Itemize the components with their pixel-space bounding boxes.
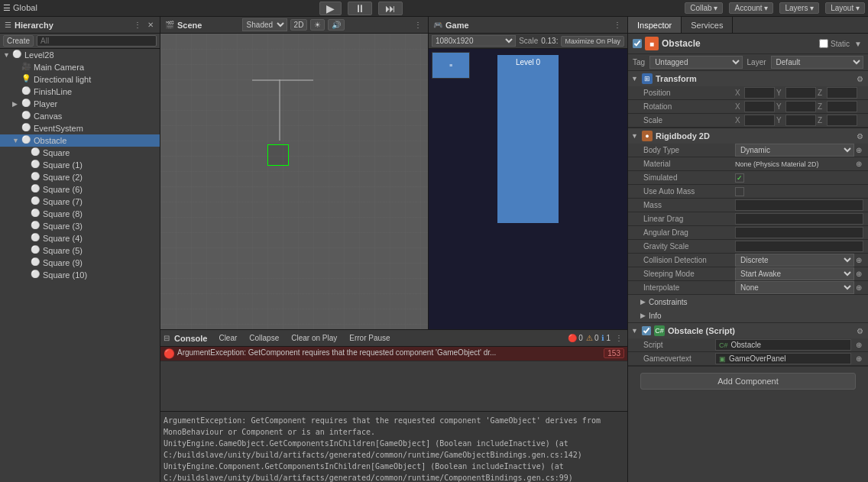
collision-more-btn[interactable]: ⊕ <box>854 256 863 264</box>
material-more-btn[interactable]: ⊕ <box>854 160 863 168</box>
script-active-checkbox[interactable] <box>642 326 651 335</box>
info-row[interactable]: ▶ Info <box>628 309 868 322</box>
scene-view[interactable] <box>160 34 428 329</box>
auto-mass-checkbox[interactable] <box>735 187 744 196</box>
sleeping-more-btn[interactable]: ⊕ <box>854 270 863 278</box>
linear-drag-input[interactable]: 0 <box>735 213 863 225</box>
angular-drag-row: Angular Drag 0.05 <box>628 226 868 240</box>
sidebar-item-square9[interactable]: ⚪ Square (9) <box>0 257 160 269</box>
gameover-more-btn[interactable]: ⊕ <box>854 354 863 363</box>
top-center: 🎬 Scene Shaded 2D ☀ 🔊 ⋮ <box>160 17 627 329</box>
interpolate-select[interactable]: None <box>735 281 854 294</box>
hierarchy-close-btn[interactable]: ✕ <box>146 21 155 29</box>
sidebar-item-square3[interactable]: ⚪ Square (3) <box>0 220 160 232</box>
scene-2d-button[interactable]: 2D <box>290 19 308 31</box>
clear-button[interactable]: Clear <box>213 332 242 344</box>
game-menu-btn[interactable]: ⋮ <box>612 21 623 29</box>
sq1-icon: ⚪ <box>31 160 41 170</box>
gravity-scale-input[interactable]: 0 <box>735 241 863 252</box>
sidebar-item-square2[interactable]: ⚪ Square (2) <box>0 171 160 183</box>
sidebar-item-square5[interactable]: ⚪ Square (5) <box>0 244 160 257</box>
inspector-menu-btn[interactable]: ▼ <box>853 40 863 48</box>
obstacle-script-header[interactable]: ▼ C# Obstacle (Script) ⚙ <box>628 323 868 338</box>
rigidbody2d-header[interactable]: ▼ ● Rigidbody 2D ⚙ <box>628 128 868 144</box>
interpolate-more-btn[interactable]: ⊕ <box>854 283 863 292</box>
layout-button[interactable]: Layout ▾ <box>825 2 865 14</box>
canvas-label: Canvas <box>34 112 62 121</box>
rotation-x-input[interactable]: 0 <box>744 101 775 112</box>
position-x-input[interactable]: 0 <box>744 87 775 99</box>
position-y-input[interactable]: 0 <box>785 87 816 99</box>
maximize-button[interactable]: Maximize On Play <box>561 36 624 47</box>
rotation-z-input[interactable]: 0 <box>827 101 857 112</box>
canvas-icon: ⚪ <box>21 111 32 121</box>
error-pause-button[interactable]: Error Pause <box>344 332 395 344</box>
sidebar-item-square7[interactable]: ⚪ Square (7) <box>0 196 160 208</box>
info-label: Info <box>649 312 662 320</box>
collab-button[interactable]: Collab ▾ <box>685 2 723 14</box>
script-ref-more-btn[interactable]: ⊕ <box>854 341 863 349</box>
inspector-tabs: Inspector Services <box>628 17 868 34</box>
create-button[interactable]: Create <box>3 35 34 47</box>
sidebar-item-finishline[interactable]: ⚪ FinishLine <box>0 86 160 98</box>
layers-button[interactable]: Layers ▾ <box>779 2 819 14</box>
simulated-checkbox[interactable]: ✓ <box>735 173 744 183</box>
angular-drag-input[interactable]: 0.05 <box>735 227 863 238</box>
collapse-button[interactable]: Collapse <box>244 332 284 344</box>
sidebar-item-obstacle[interactable]: ▼ ⚪ Obstacle <box>0 134 160 147</box>
sleeping-mode-select[interactable]: Start Awake <box>735 267 854 280</box>
sidebar-item-square6[interactable]: ⚪ Square (6) <box>0 183 160 196</box>
body-type-more-btn[interactable]: ⊕ <box>854 146 863 154</box>
sidebar-item-square4[interactable]: ⚪ Square (4) <box>0 232 160 244</box>
sidebar-item-square8[interactable]: ⚪ Square (8) <box>0 208 160 220</box>
step-button[interactable]: ⏭ <box>378 2 403 15</box>
tab-services[interactable]: Services <box>682 17 733 33</box>
scene-menu-btn[interactable]: ⋮ <box>413 21 423 29</box>
static-checkbox[interactable] <box>819 39 828 48</box>
add-component-button[interactable]: Add Component <box>640 373 856 390</box>
tab-inspector[interactable]: Inspector <box>628 17 682 33</box>
object-active-checkbox[interactable] <box>633 39 642 48</box>
scale-x-input[interactable]: 1 <box>744 115 775 126</box>
transform-header[interactable]: ▼ ⊞ Transform ⚙ <box>628 71 868 86</box>
mass-input[interactable]: 1 <box>735 199 863 211</box>
sidebar-item-main-camera[interactable]: 🎥 Main Camera <box>0 61 160 73</box>
scene-sun-button[interactable]: ☀ <box>310 19 325 31</box>
auto-mass-label: Use Auto Mass <box>643 187 735 196</box>
rb2d-settings-icon[interactable]: ⚙ <box>855 132 865 141</box>
sidebar-item-square10[interactable]: ⚪ Square (10) <box>0 269 160 281</box>
clear-on-play-button[interactable]: Clear on Play <box>286 332 342 344</box>
sidebar-item-square1[interactable]: ⚪ Square (1) <box>0 159 160 171</box>
scene-shading-select[interactable]: Shaded <box>242 18 287 31</box>
position-z-input[interactable]: 0 <box>827 87 857 99</box>
console-error-row[interactable]: 🔴 ArgumentException: GetComponent requir… <box>160 347 627 361</box>
account-button[interactable]: Account ▾ <box>729 2 773 14</box>
transform-settings-icon[interactable]: ⚙ <box>855 75 865 83</box>
angular-drag-label: Angular Drag <box>643 228 735 237</box>
hierarchy-menu-btn[interactable]: ⋮ <box>132 21 143 29</box>
hierarchy-root[interactable]: ▼ ⚪ Level28 <box>0 49 160 61</box>
collision-detection-select[interactable]: Discrete <box>735 254 854 267</box>
rotation-row: Rotation X 0 Y 0 Z 0 <box>628 100 868 114</box>
sidebar-item-canvas[interactable]: ⚪ Canvas <box>0 110 160 122</box>
scale-z-input[interactable]: 1 <box>827 115 857 126</box>
body-type-select[interactable]: Dynamic <box>735 144 854 157</box>
sidebar-item-square[interactable]: ⚪ Square <box>0 147 160 159</box>
hierarchy-search[interactable] <box>37 35 157 47</box>
layer-select[interactable]: Default <box>771 56 863 69</box>
game-resolution-select[interactable]: 1080x1920 <box>432 35 516 47</box>
pause-button[interactable]: ⏸ <box>348 2 372 15</box>
constraints-row[interactable]: ▶ Constraints <box>628 295 868 309</box>
tag-select[interactable]: Untagged <box>649 56 742 69</box>
script-settings-icon[interactable]: ⚙ <box>855 327 865 335</box>
rotation-y-input[interactable]: 0 <box>785 101 816 112</box>
scale-y-input[interactable]: 1 <box>785 115 816 126</box>
console-menu-btn[interactable]: ⋮ <box>614 334 624 342</box>
sidebar-item-eventsystem[interactable]: ⚪ EventSystem <box>0 122 160 134</box>
sidebar-item-player[interactable]: ▶ ⚪ Player <box>0 98 160 110</box>
scene-sound-button[interactable]: 🔊 <box>328 19 345 31</box>
play-button[interactable]: ▶ <box>319 2 342 15</box>
scene-grid <box>160 34 428 329</box>
console-panel: ⊟ Console Clear Collapse Clear on Play E… <box>160 329 627 482</box>
sidebar-item-directional-light[interactable]: 💡 Directional light <box>0 73 160 86</box>
